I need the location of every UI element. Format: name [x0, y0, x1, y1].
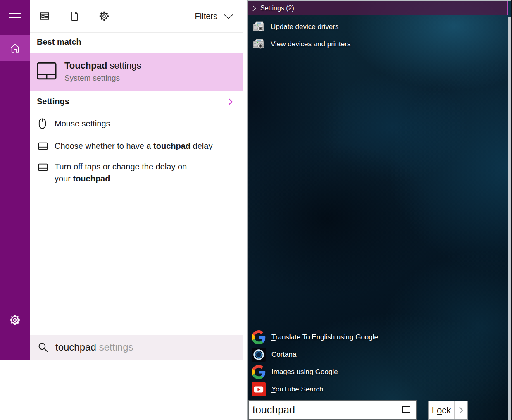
touchpad-icon	[37, 62, 57, 80]
chevron-down-icon	[223, 14, 234, 19]
apps-icon	[39, 11, 50, 21]
filters-label: Filters	[195, 12, 217, 21]
hamburger-icon	[9, 13, 21, 14]
best-match-subtitle: System settings	[64, 74, 120, 83]
result-turn-off-taps[interactable]: Turn off taps or change the delay on you…	[38, 161, 232, 187]
launcher-result-label: Update device drivers	[271, 23, 338, 31]
touchpad-icon	[38, 142, 48, 150]
action-label: Images using Google	[271, 368, 338, 376]
tab-documents[interactable]	[69, 11, 80, 21]
search-suggestion-text: settings	[99, 341, 133, 353]
lock-button[interactable]: Lock	[428, 401, 468, 420]
launcher-group-label: Settings (2)	[260, 5, 294, 12]
launcher-window: Settings (2) Update device drivers	[247, 0, 512, 420]
lock-dropdown-button[interactable]	[455, 401, 467, 419]
result-label: Choose whether to have a touchpad delay	[55, 140, 212, 152]
chevron-right-icon	[228, 98, 233, 105]
result-label: Mouse settings	[55, 118, 110, 130]
command-text-field[interactable]	[252, 404, 389, 416]
search-results-panel: Filters Best match Touchpad settings Sys…	[30, 0, 243, 360]
hamburger-icon	[9, 21, 21, 21]
action-youtube-search[interactable]: YouTube Search	[248, 381, 506, 398]
launcher-scrollbar[interactable]	[508, 17, 511, 420]
home-icon	[10, 43, 21, 54]
sidebar-item-settings[interactable]	[0, 312, 30, 328]
launcher-command-input[interactable]	[248, 400, 417, 420]
launcher-group-header[interactable]: Settings (2)	[248, 1, 508, 15]
best-match-result[interactable]: Touchpad settings System settings	[30, 52, 243, 91]
result-mouse-settings[interactable]: Mouse settings	[38, 116, 232, 131]
search-icon	[38, 342, 49, 353]
device-printer-icon	[252, 38, 265, 51]
settings-section-label: Settings	[37, 97, 69, 106]
device-printer-icon	[252, 20, 265, 33]
cortana-icon	[252, 348, 266, 362]
search-toolbar: Filters	[30, 0, 243, 33]
gear-icon	[9, 314, 21, 326]
search-query-text: touchpad	[55, 341, 96, 353]
lock-button-label: Lock	[429, 401, 454, 419]
sidebar-item-home[interactable]	[0, 35, 30, 61]
youtube-icon	[252, 382, 266, 396]
chevron-right-icon	[252, 5, 257, 12]
open-box-icon	[402, 406, 410, 413]
settings-section-header[interactable]: Settings	[30, 96, 243, 108]
hamburger-menu-button[interactable]	[0, 7, 30, 28]
google-icon	[252, 330, 266, 344]
tab-settings[interactable]	[99, 11, 110, 21]
mouse-icon	[38, 118, 48, 129]
result-label: Turn off taps or change the delay on you…	[55, 161, 187, 185]
action-label: Translate To English using Google	[271, 333, 378, 341]
action-label: YouTube Search	[271, 385, 323, 394]
action-cortana[interactable]: Cortana	[248, 346, 506, 363]
hamburger-icon	[9, 17, 21, 18]
documents-icon	[69, 11, 80, 21]
settings-gear-icon	[99, 11, 110, 21]
start-sidebar	[0, 0, 30, 360]
google-icon	[252, 365, 266, 379]
best-match-header: Best match	[37, 37, 81, 47]
launcher-result-update-drivers[interactable]: Update device drivers	[248, 18, 506, 36]
launcher-results: Update device drivers View devices and p…	[248, 18, 506, 53]
chevron-right-icon	[459, 406, 464, 414]
action-label: Cortana	[271, 351, 296, 359]
action-images-google[interactable]: Images using Google	[248, 363, 506, 381]
action-translate-google[interactable]: Translate To English using Google	[248, 329, 506, 346]
best-match-title: Touchpad settings	[64, 60, 141, 71]
search-input[interactable]: touchpad settings	[30, 335, 243, 360]
tab-apps[interactable]	[39, 11, 50, 21]
filters-button[interactable]: Filters	[195, 12, 234, 21]
result-touchpad-delay[interactable]: Choose whether to have a touchpad delay	[38, 138, 232, 153]
launcher-actions: Translate To English using Google Cortan…	[248, 329, 506, 398]
header-rule	[300, 8, 503, 8]
launcher-result-view-devices[interactable]: View devices and printers	[248, 36, 506, 53]
touchpad-icon	[38, 163, 48, 172]
launcher-result-label: View devices and printers	[271, 40, 350, 48]
